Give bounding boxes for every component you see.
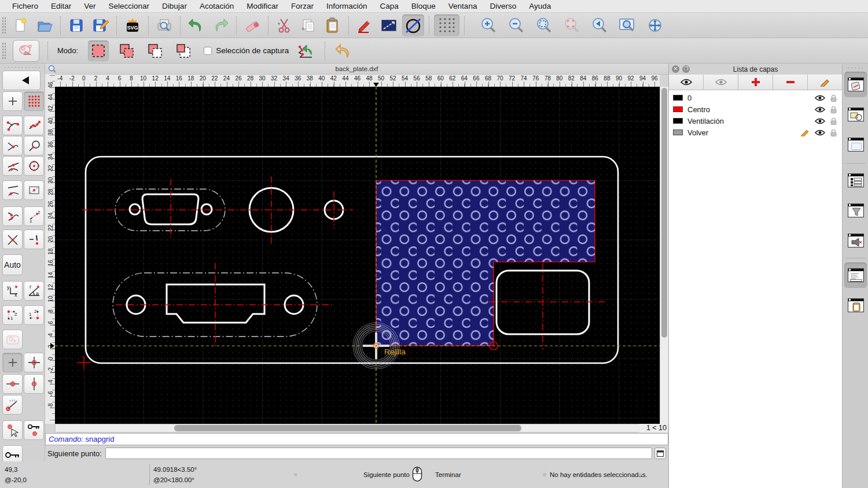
select-reference-icon[interactable]: [2, 420, 23, 440]
menu-ver[interactable]: Ver: [78, 2, 102, 10]
plugin-dock-icon[interactable]: [844, 228, 867, 253]
vscroll-thumb[interactable]: [661, 88, 667, 338]
layer-list-dock-icon[interactable]: [844, 168, 867, 193]
menu-informacion[interactable]: Información: [320, 2, 374, 10]
select-mode-intersect-icon[interactable]: [173, 40, 194, 61]
snap-grid-icon[interactable]: [24, 91, 44, 111]
zoom-window-icon[interactable]: [616, 14, 638, 36]
menu-ventana[interactable]: Ventana: [442, 2, 484, 10]
layer-visibility-eye-icon[interactable]: [815, 106, 825, 113]
print-preview-icon[interactable]: [153, 14, 175, 36]
menu-dibujar[interactable]: Dibujar: [156, 2, 193, 10]
remove-layer-icon[interactable]: [773, 75, 808, 90]
pen-dock-icon[interactable]: [844, 72, 867, 97]
zoom-out-icon[interactable]: [505, 14, 527, 36]
menu-ayuda[interactable]: Ayuda: [523, 2, 557, 10]
hscroll-thumb[interactable]: [174, 425, 521, 431]
snap-free-icon[interactable]: [2, 91, 23, 111]
select-mode-subtract-icon[interactable]: [145, 40, 165, 61]
select-mode-window-icon[interactable]: [88, 40, 109, 61]
layer-panel-titlebar[interactable]: ✕ ❐ Lista de capas: [669, 64, 842, 75]
layer-row[interactable]: Ventilación: [669, 115, 842, 127]
select-mode-add-icon[interactable]: [116, 40, 137, 61]
snap-distance-icon[interactable]: [2, 180, 23, 200]
menu-capa[interactable]: Capa: [374, 2, 405, 10]
snap-on-entity-icon[interactable]: [24, 116, 44, 135]
layer-visibility-eye-icon[interactable]: [815, 130, 825, 136]
layer-row[interactable]: Volver: [669, 127, 842, 138]
menu-seleccionar[interactable]: Seleccionar: [102, 2, 156, 10]
snap-intersection-auto-icon[interactable]: [2, 136, 23, 156]
menu-diverso[interactable]: Diverso: [483, 2, 523, 10]
restriction-indicator-icon[interactable]: [2, 330, 23, 349]
layer-lock-icon[interactable]: [830, 117, 837, 125]
draw-pen-icon[interactable]: [354, 14, 376, 36]
layer-lock-icon[interactable]: [830, 94, 837, 102]
layer-visibility-eye-icon[interactable]: [815, 95, 825, 101]
new-file-icon[interactable]: [9, 14, 31, 36]
snap-intersection-icon[interactable]: [24, 180, 44, 200]
command-dock-button[interactable]: [654, 448, 666, 459]
save-icon[interactable]: [65, 14, 87, 36]
snap-endpoints-icon[interactable]: [2, 116, 23, 135]
hide-all-layers-eye-icon[interactable]: [704, 75, 738, 90]
layer-row[interactable]: 0: [669, 92, 842, 103]
relative-point-1-icon[interactable]: 12: [2, 305, 23, 325]
undo-icon[interactable]: [185, 14, 207, 36]
restrict-nothing-icon[interactable]: [2, 353, 23, 372]
menu-forzar[interactable]: Forzar: [285, 2, 320, 10]
snap-middle-icon[interactable]: [2, 156, 23, 176]
document-titlebar[interactable]: back_plate.dxf: [45, 64, 668, 75]
undo-action-icon[interactable]: [332, 40, 354, 62]
snap-cross-icon[interactable]: [2, 230, 23, 249]
layer-lock-icon[interactable]: [830, 106, 837, 113]
library-dock-icon[interactable]: [844, 132, 867, 157]
copy-icon[interactable]: [297, 14, 319, 36]
snap-indicator-button[interactable]: [13, 40, 39, 62]
layer-lock-icon[interactable]: [830, 129, 837, 136]
add-layer-icon[interactable]: [738, 75, 773, 90]
restrict-vertical-icon[interactable]: [24, 374, 44, 394]
zoom-auto-icon[interactable]: [533, 14, 555, 36]
snap-tangent-icon[interactable]: [24, 136, 44, 156]
snap-intersection-manual-2-icon[interactable]: 12: [24, 206, 44, 226]
menu-bloque[interactable]: Bloque: [405, 2, 442, 10]
toolbar-drag-handle[interactable]: [2, 17, 6, 34]
paste-icon[interactable]: [322, 14, 344, 36]
capture-selection-checkbox[interactable]: [204, 47, 212, 55]
restrict-horizontal-icon[interactable]: [2, 374, 23, 394]
canvas-horizontal-scrollbar[interactable]: [55, 424, 641, 432]
command-input[interactable]: [105, 448, 652, 459]
dock-drag-handle[interactable]: [847, 65, 863, 71]
toolbar-drag-handle[interactable]: [2, 42, 6, 60]
snap-grid-toggle-icon[interactable]: [434, 14, 459, 36]
zoom-in-icon[interactable]: [477, 14, 499, 36]
show-all-layers-eye-icon[interactable]: [669, 75, 704, 90]
angle-snap-icon[interactable]: [2, 395, 23, 415]
save-as-icon[interactable]: [90, 14, 112, 36]
drawing-canvas[interactable]: Rejilla: [55, 87, 660, 424]
snap-auto-button[interactable]: Auto: [2, 254, 23, 275]
delete-eraser-icon[interactable]: [241, 14, 263, 36]
line-attributes-icon[interactable]: [378, 14, 400, 36]
menu-acotacion[interactable]: Acotación: [193, 2, 240, 10]
relative-point-2-icon[interactable]: 12: [24, 305, 44, 325]
cut-scissors-icon[interactable]: [273, 14, 295, 36]
back-button[interactable]: [2, 71, 41, 90]
export-svg-icon[interactable]: SVG: [122, 14, 144, 36]
layer-row[interactable]: Centro: [669, 103, 842, 115]
edit-layer-icon[interactable]: [808, 75, 842, 90]
circle-line-toggle-icon[interactable]: [402, 14, 424, 36]
filter-dock-icon[interactable]: [844, 198, 867, 223]
command-dock-icon[interactable]: [844, 263, 867, 288]
coordinate-cartesian-icon[interactable]: yx: [2, 281, 23, 301]
zoom-pan-icon[interactable]: [644, 14, 666, 36]
lock-relative-zero-icon[interactable]: [24, 420, 44, 440]
redo-icon[interactable]: [209, 14, 231, 36]
menu-modificar[interactable]: Modificar: [240, 2, 285, 10]
snap-sequence-icon[interactable]: [295, 40, 317, 62]
snap-center-icon[interactable]: [24, 156, 44, 176]
canvas-vertical-scrollbar[interactable]: [660, 87, 668, 424]
menu-editar[interactable]: Editar: [45, 2, 78, 10]
coordinate-polar-icon[interactable]: ra: [24, 281, 44, 301]
